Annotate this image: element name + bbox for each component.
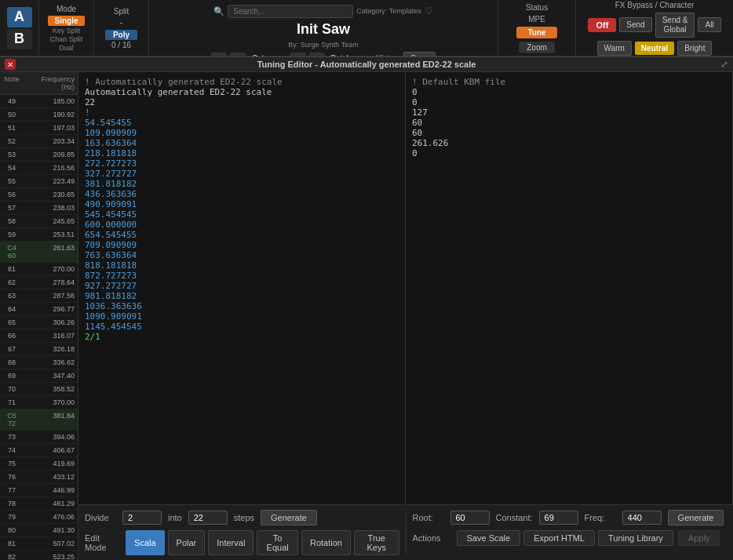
mode-single[interactable]: Single (48, 16, 84, 26)
freq-col-header: Frequency (Hz) (24, 74, 78, 93)
freq-col-value: 381.84 (24, 410, 78, 429)
split-dash: - (119, 16, 123, 29)
edit-mode-tab-interval[interactable]: Interval (208, 530, 253, 555)
mode-chan-split[interactable]: Chan Split (50, 35, 83, 43)
note-col-header: Note (0, 74, 24, 93)
table-row: 69347.40 (0, 369, 78, 383)
table-row: 56230.65 (0, 188, 78, 202)
scene-a-button[interactable]: A (7, 7, 32, 27)
scl-note: 600.000000 (85, 220, 399, 230)
edit-mode-tab-to-equal[interactable]: To Equal (257, 530, 298, 555)
action-export-html-button[interactable]: Export HTML (523, 530, 595, 546)
freq-col-value: 270.00 (24, 264, 78, 275)
kbm-values-container: 001276060261.6260 (412, 87, 726, 158)
freq-col-value: 336.62 (24, 357, 78, 368)
root-input[interactable] (450, 511, 490, 525)
edit-mode-tab-true-keys[interactable]: True Keys (354, 530, 399, 555)
fx-bypass-section: FX Bypass / Character Off Send Send &Glo… (576, 0, 733, 56)
table-row: 81507.02 (0, 537, 78, 551)
root-generate-button[interactable]: Generate (668, 510, 724, 525)
table-row: 70358.52 (0, 383, 78, 396)
edit-mode-tab-polar[interactable]: Polar (168, 530, 206, 555)
patch-browser-section: Patch Browser 🔍 Category: Templates ♡ In… (149, 0, 498, 56)
editors-area: ! Automatically generated ED2-22 scale A… (78, 72, 733, 560)
scl-comment2: ! (85, 107, 399, 118)
split-section: Split - Poly 0 / 16 (94, 0, 149, 56)
search-icon: 🔍 (213, 6, 224, 16)
tuning-expand-button[interactable]: ⤢ (720, 59, 728, 70)
edit-mode-tab-scala[interactable]: Scala (126, 530, 165, 555)
kbm-comment1: ! Default KBM file (412, 77, 726, 87)
table-row: 52203.34 (0, 135, 78, 148)
root-row: Root: Constant: Freq: Generate (413, 510, 728, 525)
freq-col-value: 491.30 (24, 525, 78, 536)
edit-mode-tab-rotation[interactable]: Rotation (301, 530, 351, 555)
status-section: Status MPE Tune Zoom (498, 0, 576, 56)
table-row: 57238.03 (0, 202, 78, 215)
scl-editor[interactable]: ! Automatically generated ED2-22 scale A… (78, 72, 406, 504)
scl-note: 763.636364 (85, 250, 399, 260)
kbm-editor[interactable]: ! Default KBM file 001276060261.6260 (406, 72, 733, 504)
kbm-value: 127 (412, 107, 726, 118)
freq-col-value: 190.92 (24, 109, 78, 120)
freq-col-value: 523.25 (24, 551, 78, 560)
favorite-icon[interactable]: ♡ (425, 5, 433, 16)
patch-search-row: 🔍 Category: Templates ♡ (155, 5, 491, 18)
scl-note: 1145.454545 (85, 322, 399, 332)
character-neutral-button[interactable]: Neutral (635, 42, 674, 55)
fx-send-button[interactable]: Send (619, 17, 651, 32)
scl-note: 218.181818 (85, 148, 399, 158)
note-col-value: 51 (0, 122, 24, 133)
tuning-close-button[interactable]: ✕ (5, 59, 16, 70)
freq-col-value: 209.85 (24, 149, 78, 160)
scl-comment1: ! Automatically generated ED2-22 scale (85, 77, 399, 87)
character-warm-button[interactable]: Warm (597, 41, 632, 56)
note-table-header: Note Frequency (Hz) (0, 72, 78, 95)
table-row: 51197.03 (0, 122, 78, 135)
apply-button[interactable]: Apply (678, 530, 720, 546)
search-input[interactable] (228, 5, 353, 18)
table-row: 68336.62 (0, 356, 78, 369)
freq-col-value: 203.34 (24, 136, 78, 147)
note-col-value: 74 (0, 445, 24, 456)
table-row: 76433.12 (0, 471, 78, 484)
scl-note: 545.454545 (85, 209, 399, 220)
fx-all-button[interactable]: All (698, 17, 720, 32)
mode-title: Mode (57, 5, 76, 13)
split-title: Split (114, 7, 129, 16)
divide-generate-button[interactable]: Generate (261, 510, 317, 525)
note-col-value: 76 (0, 471, 24, 482)
zoom-button[interactable]: Zoom (519, 42, 555, 53)
note-col-value: 75 (0, 458, 24, 469)
split-poly[interactable]: Poly (105, 30, 137, 40)
note-col-value: 53 (0, 149, 24, 160)
freq-col-value: 197.03 (24, 122, 78, 133)
table-row: 49185.00 (0, 95, 78, 108)
character-bright-button[interactable]: Bright (677, 41, 712, 56)
tune-button[interactable]: Tune (516, 27, 556, 38)
right-controls: Root: Constant: Freq: Generate Actions S… (407, 510, 728, 555)
edit-mode-label: Edit Mode (85, 533, 121, 552)
freq-col-value: 394.06 (24, 431, 78, 442)
table-row: 65306.26 (0, 316, 78, 329)
patch-name: Init Saw (297, 21, 350, 38)
freq-col-value: 261.63 (24, 242, 78, 261)
constant-input[interactable] (539, 511, 578, 525)
scene-b-button[interactable]: B (7, 29, 32, 49)
action-tuning-library-button[interactable]: Tuning Library (598, 530, 673, 546)
fx-off-button[interactable]: Off (588, 18, 616, 32)
steps-input[interactable] (188, 511, 228, 525)
mode-key-split[interactable]: Key Split (53, 27, 81, 35)
table-row: 71370.00 (0, 396, 78, 409)
freq-input[interactable] (622, 511, 662, 525)
freq-col-value: 461.29 (24, 498, 78, 509)
kbm-value: 0 (412, 148, 726, 158)
note-col-value: 79 (0, 511, 24, 522)
mode-dual[interactable]: Dual (59, 44, 74, 52)
freq-col-value: 347.40 (24, 370, 78, 381)
action-save-scale-button[interactable]: Save Scale (457, 530, 521, 546)
divide-input[interactable] (122, 511, 162, 525)
fx-send-global-button[interactable]: Send &Global (655, 13, 695, 38)
note-col-value: 52 (0, 136, 24, 147)
scl-note: 327.272727 (85, 169, 399, 179)
